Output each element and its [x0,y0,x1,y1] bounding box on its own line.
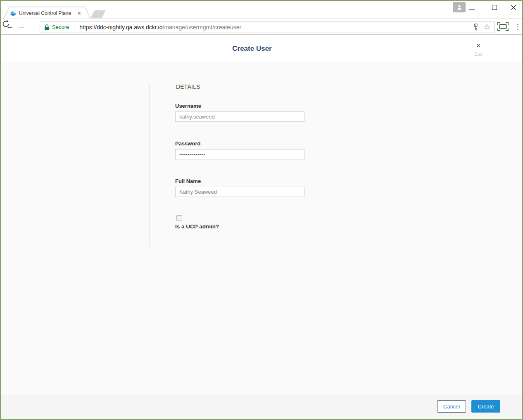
tab-title: Universal Control Plane [19,10,71,16]
window-minimize-button[interactable] [466,2,478,13]
ucp-admin-label: Is a UCP admin? [175,223,219,230]
password-input[interactable] [175,149,304,159]
address-bar[interactable]: Secure https://ddc-nightly.qa.aws.dckr.i… [40,21,495,33]
cancel-button[interactable]: Cancel [437,400,466,413]
browser-toolbar: ← → Secure https://ddc-nightly.qa.aws.dc… [1,19,522,35]
browser-tab[interactable]: Universal Control Plane × [3,7,91,19]
window-close-icon[interactable] [511,5,516,10]
ucp-admin-checkbox[interactable] [176,215,182,221]
full-name-input[interactable] [175,187,304,197]
url-text[interactable]: https://ddc-nightly.qa.aws.dckr.io/manag… [79,24,241,31]
maximize-icon[interactable] [492,5,497,10]
docker-whale-icon [10,10,17,16]
details-section-heading: DETAILS [176,83,200,90]
back-icon[interactable]: ← [4,19,16,34]
minimize-icon[interactable] [469,9,475,9]
page-title: Create User [1,45,503,53]
full-name-label: Full Name [175,178,201,184]
omnibox-divider [74,24,74,31]
modal-footer: Cancel Create [1,395,522,419]
url-path: /manage/usermgmt/createuser [163,24,242,31]
person-icon [456,5,462,10]
section-divider-line [150,83,150,247]
profile-button[interactable] [453,2,466,12]
username-label: Username [175,103,201,109]
esc-hint: Esc [472,51,485,57]
modal-header: Create User × Esc [1,35,522,61]
create-user-form: DETAILS Username Password Full Name Is a… [1,62,522,395]
create-button[interactable]: Create [471,400,500,413]
forward-icon: → [16,19,27,34]
username-input[interactable] [175,112,304,122]
secure-lock-icon[interactable] [45,24,49,30]
tab-close-icon[interactable]: × [75,9,83,17]
capture-extension-icon[interactable] [497,22,509,31]
modal-close-icon[interactable]: × [474,43,483,50]
browser-menu-icon[interactable]: ⋮ [514,21,521,33]
password-key-icon[interactable] [473,24,478,31]
password-label: Password [175,140,200,147]
url-host: https://ddc-nightly.qa.aws.dckr.io [79,24,162,31]
secure-label[interactable]: Secure [52,24,69,30]
bookmark-star-icon[interactable]: ☆ [484,21,490,33]
